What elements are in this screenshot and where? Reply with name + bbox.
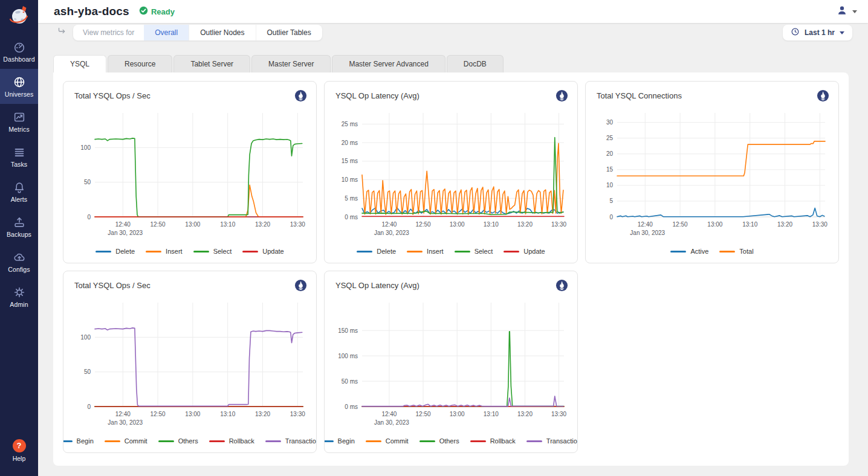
legend-item-insert[interactable]: Insert [407,248,444,255]
legend-label: Delete [115,248,135,255]
legend-label: Others [178,437,198,445]
svg-text:13:20: 13:20 [255,221,270,228]
sidebar-item-label: Admin [10,301,28,308]
tasks-icon [13,146,26,159]
legend-item-delete[interactable]: Delete [96,248,135,255]
legend-item-others[interactable]: Others [419,437,459,445]
chart-plot-area[interactable]: 05101520253012:4012:5013:0013:1013:2013:… [586,103,838,242]
svg-text:13:00: 13:00 [185,221,200,228]
sidebar-item-label: Alerts [11,196,27,203]
svg-text:12:50: 12:50 [416,221,431,228]
sidebar-item-alerts[interactable]: Alerts [0,174,38,209]
svg-text:5 ms: 5 ms [345,195,358,202]
legend-item-rollback[interactable]: Rollback [209,437,254,445]
scope-tab-outlier-nodes[interactable]: Outlier Nodes [189,25,255,40]
metrics-toolbar: View metrics for Overall Outlier Nodes O… [56,25,852,40]
prometheus-icon[interactable] [294,279,307,292]
chart-card-ysql-connections: Total YSQL Connections 05101520253012:40… [585,81,839,263]
sidebar-item-universes[interactable]: Universes [0,69,38,104]
legend-swatch [242,251,258,252]
svg-text:12:50: 12:50 [673,221,688,228]
chart-plot-area[interactable]: 05010012:4012:5013:0013:1013:2013:30Jan … [63,293,316,432]
sidebar-item-label: Dashboard [3,56,34,63]
legend-swatch [146,251,161,252]
svg-text:25: 25 [606,135,614,141]
legend-item-active[interactable]: Active [670,248,708,255]
svg-text:13:10: 13:10 [220,221,235,228]
tab-master-server-advanced[interactable]: Master Server Advanced [332,55,445,72]
legend-item-begin[interactable]: Begin [63,437,94,445]
sidebar-item-configs[interactable]: Configs [0,244,38,279]
svg-text:13:10: 13:10 [742,221,757,228]
sidebar-item-tasks[interactable]: Tasks [0,139,38,174]
svg-text:30: 30 [606,119,614,126]
prometheus-icon[interactable] [555,279,568,292]
legend-item-begin[interactable]: Begin [324,437,355,445]
legend-swatch [366,440,381,442]
prometheus-icon[interactable] [294,89,307,102]
chart-legend: DeleteInsertSelectUpdate [63,248,316,263]
svg-text:Jan 30, 2023: Jan 30, 2023 [374,419,409,426]
legend-item-commit[interactable]: Commit [105,437,147,445]
legend-item-transactions[interactable]: Transactions [526,437,578,445]
scope-tab-outlier-tables[interactable]: Outlier Tables [256,25,322,40]
legend-label: Begin [77,437,94,445]
legend-item-select[interactable]: Select [455,248,493,255]
legend-item-insert[interactable]: Insert [146,248,183,255]
svg-text:Jan 30, 2023: Jan 30, 2023 [108,230,143,236]
legend-item-others[interactable]: Others [158,437,198,445]
legend-swatch [504,251,519,252]
legend-item-rollback[interactable]: Rollback [470,437,516,445]
svg-text:20 ms: 20 ms [342,140,358,146]
chevron-down-icon [840,31,844,34]
legend-swatch [455,251,470,252]
legend-item-total[interactable]: Total [719,248,753,255]
sidebar-nav: Dashboard Universes Metrics [0,34,38,314]
svg-text:0: 0 [87,404,91,410]
sidebar-item-backups[interactable]: Backups [0,209,38,244]
chart-plot-area[interactable]: 0 ms5 ms10 ms15 ms20 ms25 ms12:4012:5013… [325,103,577,242]
svg-text:100: 100 [80,334,91,341]
chart-title: Total YSQL Connections [597,91,682,100]
charts-grid: Total YSQL Ops / Sec 05010012:4012:5013:… [53,72,849,462]
svg-text:12:40: 12:40 [638,221,653,228]
sidebar-item-metrics[interactable]: Metrics [0,104,38,139]
legend-item-update[interactable]: Update [504,248,545,255]
legend-item-transactions[interactable]: Transactions [265,437,317,445]
chart-legend: DeleteInsertSelectUpdate [325,248,577,263]
time-range-button[interactable]: Last 1 hr [783,25,852,40]
legend-item-delete[interactable]: Delete [357,248,396,255]
chart-plot-area[interactable]: 0 ms50 ms100 ms150 ms12:4012:5013:0013:1… [325,293,577,432]
app-logo[interactable] [0,0,38,34]
chart-card-ysql-txn-ops: Total YSQL Ops / Sec 05010012:4012:5013:… [63,271,317,453]
svg-text:13:30: 13:30 [551,221,566,228]
legend-swatch [158,440,174,442]
tab-docdb[interactable]: DocDB [447,55,504,72]
scope-tab-overall[interactable]: Overall [144,25,189,40]
sidebar-item-admin[interactable]: Admin [0,279,38,314]
legend-item-commit[interactable]: Commit [366,437,409,445]
svg-text:Jan 30, 2023: Jan 30, 2023 [374,230,409,236]
legend-item-select[interactable]: Select [193,248,232,255]
legend-label: Insert [166,248,183,255]
tab-master-server[interactable]: Master Server [251,55,331,72]
tab-resource[interactable]: Resource [108,55,172,72]
svg-text:0: 0 [87,214,91,220]
svg-text:50: 50 [84,179,91,185]
legend-label: Rollback [490,437,516,445]
legend-label: Total [739,248,753,255]
chart-plot-area[interactable]: 05010012:4012:5013:0013:1013:2013:30Jan … [63,103,316,242]
tab-ysql[interactable]: YSQL [53,55,106,72]
scope-label: View metrics for [73,25,144,40]
prometheus-icon[interactable] [555,89,568,102]
svg-text:13:30: 13:30 [290,411,305,417]
return-arrow-icon [56,26,67,39]
legend-item-update[interactable]: Update [242,248,283,255]
prometheus-icon[interactable] [817,89,829,102]
universes-icon [13,76,26,89]
sidebar-item-help[interactable]: ? Help [0,431,38,470]
tab-tablet-server[interactable]: Tablet Server [173,55,250,72]
sidebar-item-dashboard[interactable]: Dashboard [0,34,38,69]
chart-title: Total YSQL Ops / Sec [74,91,151,100]
user-menu[interactable] [836,4,857,19]
